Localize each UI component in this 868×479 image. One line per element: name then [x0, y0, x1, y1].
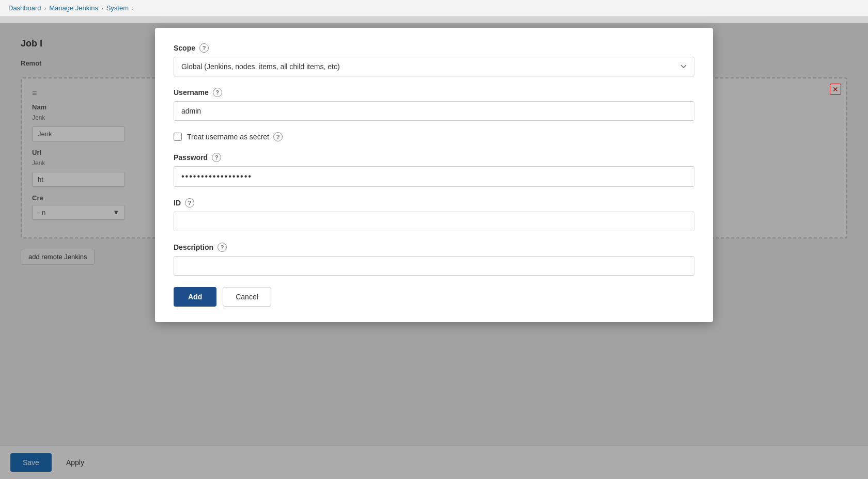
- treat-username-secret-help-icon[interactable]: ?: [273, 132, 283, 141]
- breadcrumb-manage-jenkins[interactable]: Manage Jenkins: [49, 4, 98, 12]
- breadcrumb-system[interactable]: System: [106, 4, 129, 12]
- password-field: Password ?: [174, 153, 694, 187]
- modal-cancel-button[interactable]: Cancel: [223, 287, 271, 307]
- id-help-icon[interactable]: ?: [185, 198, 194, 207]
- treat-username-secret-row: Treat username as secret ?: [174, 132, 694, 141]
- scope-label: Scope ?: [174, 43, 694, 53]
- username-help-icon[interactable]: ?: [213, 88, 222, 97]
- breadcrumb: Dashboard › Manage Jenkins › System ›: [0, 0, 868, 17]
- treat-username-secret-label[interactable]: Treat username as secret ?: [187, 132, 283, 141]
- scope-select[interactable]: Global (Jenkins, nodes, items, all child…: [174, 57, 694, 76]
- id-input[interactable]: [174, 212, 694, 231]
- scope-help-icon[interactable]: ?: [199, 43, 209, 53]
- id-label: ID ?: [174, 198, 694, 207]
- modal-add-button[interactable]: Add: [174, 287, 216, 307]
- breadcrumb-dashboard[interactable]: Dashboard: [8, 4, 41, 12]
- password-help-icon[interactable]: ?: [212, 153, 221, 162]
- breadcrumb-sep-1: ›: [44, 5, 47, 11]
- password-input[interactable]: [174, 166, 694, 187]
- credentials-modal: Scope ? Global (Jenkins, nodes, items, a…: [155, 28, 713, 322]
- description-help-icon[interactable]: ?: [218, 243, 227, 252]
- id-field: ID ?: [174, 198, 694, 231]
- breadcrumb-sep-3: ›: [132, 5, 134, 11]
- breadcrumb-sep-2: ›: [101, 5, 103, 11]
- username-label: Username ?: [174, 88, 694, 97]
- description-field: Description ?: [174, 243, 694, 276]
- treat-username-secret-checkbox[interactable]: [174, 133, 182, 141]
- description-input[interactable]: [174, 256, 694, 276]
- password-label: Password ?: [174, 153, 694, 162]
- description-label: Description ?: [174, 243, 694, 252]
- username-field: Username ?: [174, 88, 694, 121]
- modal-overlay: Scope ? Global (Jenkins, nodes, items, a…: [0, 23, 868, 479]
- scope-field: Scope ? Global (Jenkins, nodes, items, a…: [174, 43, 694, 76]
- username-input[interactable]: [174, 101, 694, 121]
- modal-buttons: Add Cancel: [174, 287, 694, 307]
